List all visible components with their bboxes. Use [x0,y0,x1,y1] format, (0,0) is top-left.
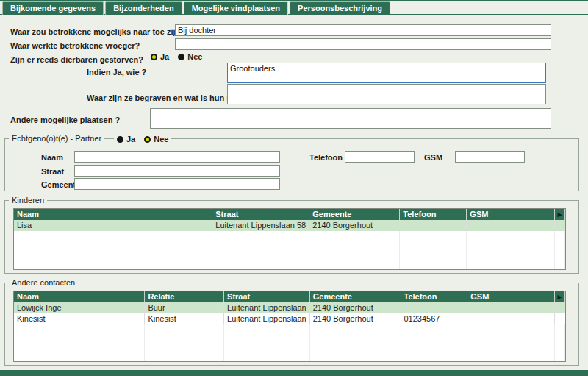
deceased-ja-label: Ja [160,52,169,61]
partner-ja-label: Ja [126,135,135,143]
partner-fieldset: Echtgeno(o)t(e) - Partner Ja Nee Naam Te… [4,138,579,191]
destination-label: Waar zou betrokkene mogelijks naar toe z… [10,27,185,36]
who-label: Indien Ja, wie ? [87,68,146,77]
column-header-relatie[interactable]: Relatie [145,291,224,302]
other-places-textarea[interactable] [150,108,551,129]
partner-ja-radio[interactable] [117,136,123,143]
table-row[interactable]: Lowijck IngeBuurLuitenant Lippenslaan214… [14,302,565,313]
table-cell[interactable] [467,313,555,324]
tab-mogelijke-vindplaatsen[interactable]: Mogelijke vindplaatsen [184,1,288,15]
table-cell[interactable]: 01234567 [401,313,467,324]
partner-nee-label: Nee [154,135,168,143]
table-cell[interactable] [467,220,555,231]
partner-legend: Echtgeno(o)t(e) - Partner [9,134,104,143]
tab-persoonsbeschrijving[interactable]: Persoonsbeschrijving [290,1,390,15]
former-work-input[interactable] [175,38,551,50]
tab-bar: Bijkomende gegevens Bijzonderheden Mogel… [2,1,392,15]
tab-bijkomende-gegevens[interactable]: Bijkomende gegevens [2,1,104,15]
column-header-telefoon[interactable]: Telefoon [400,209,467,220]
kinderen-fieldset: Kinderen NaamStraatGemeenteTelefoonGSM▸L… [4,200,579,274]
table-cell[interactable]: Buur [145,302,224,313]
empty-row [14,358,565,362]
column-header-straat[interactable]: Straat [212,209,309,220]
table-cell[interactable]: 2140 Borgerhout [309,313,401,324]
empty-row [14,253,565,264]
table-row[interactable]: KinesistKinesistLuitenant Lippenslaan214… [14,313,565,324]
table-cell[interactable]: Luitenant Lippenslaan [224,313,310,324]
partner-straat-input[interactable] [74,165,280,177]
table-cell[interactable] [400,220,467,231]
column-header-gemeente[interactable]: Gemeente [309,209,400,220]
table-cell[interactable]: Kinesist [14,313,145,324]
bottom-border [0,370,588,376]
form-window: Bijkomende gegevens Bijzonderheden Mogel… [0,0,588,376]
empty-row [14,347,565,358]
andere-contacten-fieldset: Andere contacten NaamRelatieStraatGemeen… [4,283,579,366]
partner-gsm-label: GSM [424,153,442,162]
andere-contacten-table[interactable]: NaamRelatieStraatGemeenteTelefoonGSM▸Low… [14,291,565,362]
deceased-radio-group: Ja Nee [151,52,202,61]
empty-row [14,231,565,242]
table-cell[interactable] [401,302,467,313]
deceased-label: Zijn er reeds dierbaren gestorven? [10,55,143,64]
andere-contacten-legend: Andere contacten [9,278,78,287]
row-marker-cell [555,302,565,313]
empty-row [14,324,565,336]
partner-straat-label: Straat [41,167,64,176]
table-cell[interactable]: Lisa [14,220,212,231]
kinderen-table[interactable]: NaamStraatGemeenteTelefoonGSM▸LisaLuiten… [14,209,565,270]
partner-nee-radio[interactable] [144,136,151,143]
column-header-naam[interactable]: Naam [14,209,212,220]
row-marker-icon: ▸ [555,209,565,220]
table-cell[interactable]: 2140 Borgerhout [309,220,400,231]
table-cell[interactable]: 2140 Borgerhout [309,302,401,313]
row-marker-cell [555,220,565,231]
row-marker-cell [555,313,565,324]
former-work-label: Waar werkte betrokkene vroeger? [10,41,140,50]
destination-input[interactable] [175,24,551,36]
partner-radio-group: Ja Nee [114,135,171,143]
table-cell[interactable]: Lowijck Inge [14,302,145,313]
row-marker-icon: ▸ [555,291,565,302]
tab-bijzonderheden[interactable]: Bijzonderheden [105,1,182,15]
table-cell[interactable]: Kinesist [145,313,224,324]
empty-row [14,242,565,253]
buried-textarea[interactable] [227,84,546,104]
table-cell[interactable] [467,302,555,313]
who-textarea[interactable]: Grootouders [227,63,546,83]
table-row[interactable]: LisaLuitenant Lippenslaan 582140 Borgerh… [14,220,565,231]
buried-label: Waar zijn ze begraven en wat is hun rela… [87,93,251,102]
column-header-straat[interactable]: Straat [224,291,310,302]
column-header-gsm[interactable]: GSM [467,209,555,220]
kinderen-table-wrapper: NaamStraatGemeenteTelefoonGSM▸LisaLuiten… [13,208,566,270]
kinderen-legend: Kinderen [9,196,47,205]
deceased-nee-radio[interactable] [178,54,184,60]
andere-contacten-table-wrapper: NaamRelatieStraatGemeenteTelefoonGSM▸Low… [13,291,566,362]
deceased-nee-label: Nee [187,52,202,61]
other-places-label: Andere mogelijke plaatsen ? [10,116,120,124]
partner-gemeente-input[interactable] [74,178,280,190]
column-header-gsm[interactable]: GSM [467,291,555,302]
deceased-ja-radio[interactable] [151,54,157,60]
partner-telefoon-input[interactable] [345,151,415,163]
partner-naam-input[interactable] [74,151,280,163]
column-header-telefoon[interactable]: Telefoon [401,291,467,302]
empty-row [14,336,565,347]
empty-row [14,264,565,270]
partner-naam-label: Naam [41,153,63,162]
table-cell[interactable]: Luitenant Lippenslaan 58 [212,220,309,231]
column-header-gemeente[interactable]: Gemeente [309,291,401,302]
partner-telefoon-label: Telefoon [309,153,343,162]
partner-gsm-input[interactable] [455,151,525,163]
table-cell[interactable]: Luitenant Lippenslaan [224,302,310,313]
column-header-naam[interactable]: Naam [14,291,145,302]
